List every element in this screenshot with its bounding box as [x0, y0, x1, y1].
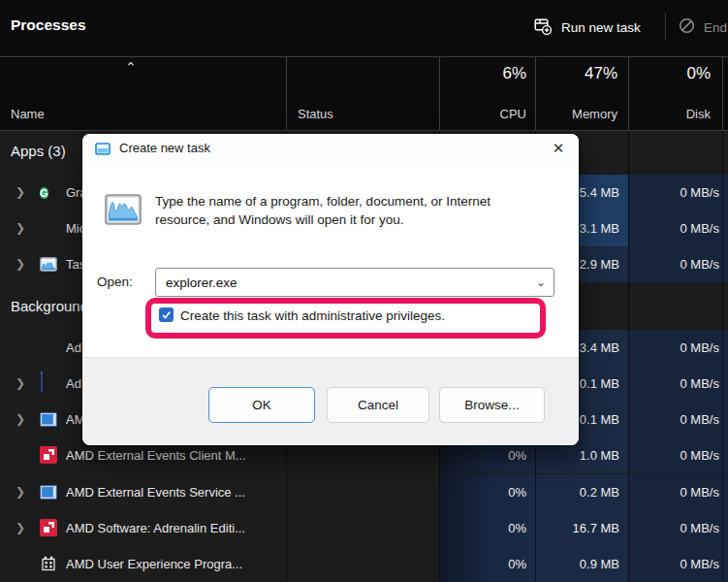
column-header-status[interactable]: Status — [298, 107, 333, 121]
expand-chevron-icon[interactable] — [16, 175, 25, 210]
amd-icon — [40, 446, 57, 464]
ok-button[interactable]: OK — [208, 387, 315, 423]
memory-cell: 0.9 MB — [535, 546, 628, 582]
dialog-title-bar[interactable]: Create new task — [82, 134, 579, 163]
disk-cell: 0 MB/s — [628, 210, 728, 246]
task-manager-window: Processes Run new task End task — [0, 0, 728, 582]
process-name: Ad — [66, 330, 81, 366]
cancel-button[interactable]: Cancel — [327, 387, 429, 423]
process-name: AMD External Events Service ... — [66, 474, 245, 510]
column-divider — [286, 57, 287, 130]
building-app-icon — [40, 555, 57, 572]
process-row-amd-service[interactable]: 0% 0.2 MB 0 MB/s AMD External Events Ser… — [0, 474, 728, 510]
expand-chevron-icon[interactable] — [16, 474, 25, 510]
cpu-total-percent: 6% — [502, 64, 526, 83]
column-divider — [628, 131, 629, 582]
sort-ascending-icon — [125, 59, 137, 75]
browse-button[interactable]: Browse... — [439, 387, 545, 423]
cpu-cell: 0% — [439, 510, 535, 546]
disk-cell: 0 MB/s — [628, 402, 728, 437]
end-task-button[interactable]: End task — [679, 12, 728, 43]
disk-cell: 0 MB/s — [628, 246, 728, 282]
window-app-icon — [41, 372, 43, 392]
memory-cell: 16.7 MB — [535, 510, 628, 546]
display-app-icon — [40, 483, 57, 501]
memory-cell: 0.2 MB — [535, 474, 628, 510]
expand-chevron-icon[interactable] — [16, 366, 25, 402]
close-icon[interactable] — [547, 138, 570, 159]
end-task-label: End task — [704, 20, 728, 35]
open-label: Open: — [97, 275, 133, 289]
task-manager-icon — [40, 255, 57, 273]
display-app-icon — [40, 410, 57, 428]
column-divider — [722, 131, 723, 582]
disk-cell: 0 MB/s — [628, 510, 728, 546]
column-divider — [439, 57, 440, 130]
disk-cell: 0 MB/s — [628, 330, 728, 366]
dialog-title: Create new task — [119, 141, 210, 155]
process-name: AMD User Experience Progra... — [66, 546, 242, 582]
expand-chevron-icon[interactable] — [16, 402, 25, 437]
grammarly-icon: G — [40, 187, 48, 199]
page-title: Processes — [11, 16, 86, 34]
column-divider — [535, 57, 536, 130]
disk-cell: 0 MB/s — [628, 546, 728, 582]
cpu-cell: 0% — [439, 474, 535, 510]
expand-chevron-icon[interactable] — [16, 246, 25, 282]
run-new-task-button[interactable]: Run new task — [534, 12, 641, 43]
run-new-task-label: Run new task — [561, 20, 641, 35]
column-header-name[interactable]: Name — [11, 107, 45, 121]
open-combobox[interactable] — [155, 268, 554, 297]
disk-total-percent: 0% — [686, 64, 711, 83]
dialog-window-icon — [95, 142, 111, 159]
expand-chevron-icon[interactable] — [16, 210, 25, 246]
amd-icon — [40, 519, 57, 536]
column-divider — [722, 57, 723, 130]
memory-total-percent: 47% — [585, 64, 617, 83]
process-name: Ad — [66, 366, 81, 402]
disk-cell: 0 MB/s — [628, 437, 728, 473]
disk-cell: 0 MB/s — [628, 366, 728, 402]
process-row-amd-software[interactable]: 0% 16.7 MB 0 MB/s AMD Software: Adrenali… — [0, 510, 728, 546]
toolbar-divider — [665, 13, 666, 40]
column-header-disk[interactable]: Disk — [686, 107, 711, 121]
task-manager-graph-icon — [105, 194, 142, 229]
highlight-box — [145, 298, 546, 339]
dialog-message: Type the name of a program, folder, docu… — [155, 192, 528, 229]
open-input[interactable] — [166, 275, 528, 290]
combo-chevron-icon[interactable] — [528, 275, 554, 289]
section-header-apps: Apps (3) — [11, 143, 66, 159]
disk-cell: 0 MB/s — [628, 474, 728, 510]
column-header-cpu[interactable]: CPU — [500, 107, 526, 121]
table-header: Name Status 6% CPU 47% Memory 0% Disk — [0, 56, 728, 131]
cpu-cell: 0% — [439, 546, 535, 582]
dialog-footer: OK Cancel Browse... — [82, 357, 579, 445]
disk-cell: 0 MB/s — [628, 175, 728, 210]
run-new-task-icon — [534, 17, 552, 38]
process-name: AMD Software: Adrenalin Editi... — [66, 510, 245, 546]
expand-chevron-icon[interactable] — [16, 510, 25, 546]
create-new-task-dialog: Create new task Type the name of a progr… — [82, 134, 579, 445]
column-header-memory[interactable]: Memory — [572, 107, 617, 121]
end-task-icon — [679, 17, 695, 37]
column-divider — [628, 57, 629, 130]
process-row-amd-user-experience[interactable]: 0% 0.9 MB 0 MB/s AMD User Experience Pro… — [0, 546, 728, 582]
